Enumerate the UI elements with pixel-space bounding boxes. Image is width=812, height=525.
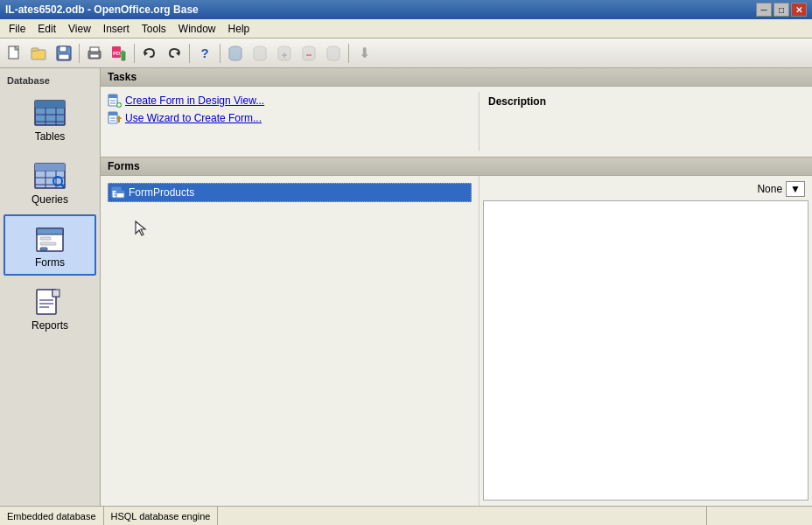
menu-help[interactable]: Help xyxy=(223,21,256,37)
reports-label: Reports xyxy=(32,319,68,332)
svg-rect-63 xyxy=(118,119,120,122)
forms-icon xyxy=(32,223,67,255)
content-area: Tasks xyxy=(101,68,812,506)
svg-rect-3 xyxy=(32,48,38,51)
tables-label: Tables xyxy=(35,130,66,143)
close-button[interactable]: ✕ xyxy=(791,3,807,17)
title-text: IL-ates6502.odb - OpenOffice.org Base xyxy=(5,4,199,16)
svg-rect-69 xyxy=(116,191,124,193)
task-create-form[interactable]: Create Form in Design View... xyxy=(108,92,472,109)
create-form-icon xyxy=(108,94,122,108)
status-empty-1 xyxy=(218,507,707,525)
tasks-section-header: Tasks xyxy=(101,68,812,87)
svg-rect-5 xyxy=(60,46,66,52)
status-hsql: HSQL database engine xyxy=(104,507,219,525)
title-bar-controls: ─ □ ✕ xyxy=(756,3,807,17)
svg-marker-70 xyxy=(136,221,145,235)
toolbar-separator-5 xyxy=(348,44,349,63)
svg-rect-37 xyxy=(35,164,65,171)
svg-rect-43 xyxy=(40,242,56,245)
svg-rect-9 xyxy=(90,54,99,58)
new-button[interactable] xyxy=(4,42,26,65)
toolbar-separator-2 xyxy=(134,44,135,63)
db-button-4[interactable] xyxy=(298,42,320,65)
sidebar-item-queries[interactable]: Queries xyxy=(4,151,96,213)
minimize-button[interactable]: ─ xyxy=(756,3,772,17)
status-embedded-db: Embedded database xyxy=(0,507,104,525)
preview-box xyxy=(483,200,808,500)
menu-edit[interactable]: Edit xyxy=(32,21,61,37)
sidebar: Database Tables xyxy=(0,68,101,506)
forms-section: Forms xyxy=(101,158,812,506)
task-wizard[interactable]: Use Wizard to Create Form... xyxy=(108,109,472,127)
maximize-button[interactable]: □ xyxy=(774,3,789,17)
forms-body: FormProducts None ▼ xyxy=(101,176,812,506)
queries-icon xyxy=(32,160,67,192)
tasks-section: Tasks xyxy=(101,68,812,158)
svg-rect-8 xyxy=(90,47,99,52)
description-panel: Description xyxy=(480,92,812,151)
open-button[interactable] xyxy=(28,42,51,65)
svg-rect-52 xyxy=(108,94,117,98)
menu-window[interactable]: Window xyxy=(173,21,221,37)
db-button-3[interactable] xyxy=(273,42,296,65)
preview-none-row: None ▼ xyxy=(483,179,808,199)
status-bar: Embedded database HSQL database engine xyxy=(0,506,812,525)
db-button-2[interactable] xyxy=(248,42,271,65)
toolbar: PDF ? ⬇ xyxy=(0,38,812,68)
task-wizard-label: Use Wizard to Create Form... xyxy=(125,112,262,124)
svg-rect-59 xyxy=(108,112,117,116)
cursor-position xyxy=(134,220,472,237)
preview-panel: None ▼ xyxy=(480,176,812,506)
sidebar-item-tables[interactable]: Tables xyxy=(4,88,96,150)
toolbar-separator-4 xyxy=(220,44,220,63)
main-area: Database Tables xyxy=(0,68,812,506)
task-create-form-label: Create Form in Design View... xyxy=(125,94,264,107)
menu-insert[interactable]: Insert xyxy=(98,21,135,37)
preview-dropdown[interactable]: ▼ xyxy=(786,181,805,197)
svg-rect-65 xyxy=(112,187,121,191)
menu-view[interactable]: View xyxy=(63,21,96,37)
export-pdf-button[interactable]: PDF xyxy=(108,42,130,65)
preview-none-label: None xyxy=(757,183,782,195)
menu-bar: File Edit View Insert Tools Window Help xyxy=(0,19,812,38)
title-bar: IL-ates6502.odb - OpenOffice.org Base ─ … xyxy=(0,0,812,19)
svg-rect-47 xyxy=(52,290,60,297)
tasks-body: Create Form in Design View... xyxy=(101,87,812,157)
status-empty-2 xyxy=(707,507,812,525)
wizard-icon xyxy=(108,111,122,125)
forms-section-header: Forms xyxy=(101,158,812,176)
reports-icon xyxy=(32,286,67,318)
menu-tools[interactable]: Tools xyxy=(136,21,172,37)
sidebar-item-forms[interactable]: Forms xyxy=(4,214,96,276)
menu-file[interactable]: File xyxy=(4,21,31,37)
forms-list: FormProducts xyxy=(101,176,480,506)
svg-rect-6 xyxy=(59,54,69,60)
sidebar-item-reports[interactable]: Reports xyxy=(4,277,96,339)
save-button[interactable] xyxy=(52,42,75,65)
form-item-label: FormProducts xyxy=(129,186,194,199)
db-button-1[interactable] xyxy=(224,42,247,65)
svg-rect-41 xyxy=(37,228,63,234)
dropdown-arrow-icon: ▼ xyxy=(790,183,801,195)
tasks-list: Create Form in Design View... xyxy=(101,92,480,151)
form-item-formproducts[interactable]: FormProducts xyxy=(108,183,472,202)
help-button[interactable]: ? xyxy=(193,42,216,65)
svg-rect-2 xyxy=(32,50,46,60)
db-button-6[interactable]: ⬇ xyxy=(353,42,375,65)
svg-rect-44 xyxy=(40,248,47,250)
tables-icon xyxy=(32,97,67,129)
db-button-5[interactable] xyxy=(322,42,345,65)
forms-label: Forms xyxy=(35,256,65,269)
description-title: Description xyxy=(488,95,546,108)
svg-marker-14 xyxy=(144,51,148,56)
svg-rect-30 xyxy=(35,101,65,108)
svg-rect-42 xyxy=(40,237,51,240)
form-item-icon xyxy=(111,186,125,200)
toolbar-separator-1 xyxy=(79,44,80,63)
undo-button[interactable] xyxy=(138,42,161,65)
queries-label: Queries xyxy=(32,193,68,206)
redo-button[interactable] xyxy=(163,42,186,65)
sidebar-section-title: Database xyxy=(0,72,100,88)
print-button[interactable] xyxy=(83,42,106,65)
